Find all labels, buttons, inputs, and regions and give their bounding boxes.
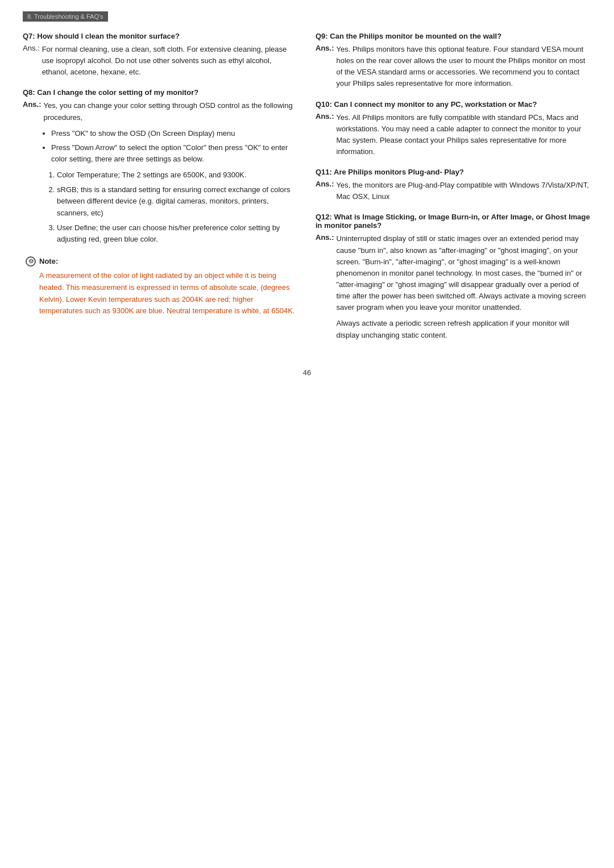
q9-question-text: Q9: Can the Philips monitor be mounted o…	[316, 32, 501, 40]
numbered-item-2: sRGB; this is a standard setting for ens…	[57, 184, 298, 218]
bullet-item-2: Press "Down Arrow" to select the option …	[51, 142, 298, 165]
note-text: A measurement of the color of light radi…	[26, 270, 298, 317]
q12-question: Q12: What is Image Sticking, or Image Bu…	[316, 213, 591, 230]
q8-bullet-list: Press "OK" to show the OSD (On Screen Di…	[51, 128, 298, 165]
q10-ans-text: Yes. All Philips monitors are fully comp…	[337, 112, 592, 158]
q12-ans-text: Uninterrupted display of still or static…	[337, 233, 592, 313]
left-column: Q7: How should I clean the monitor surfa…	[23, 32, 298, 351]
q12-section: Q12: What is Image Sticking, or Image Bu…	[316, 213, 591, 340]
q8-numbered-list: Color Temperature; The 2 settings are 65…	[57, 169, 298, 245]
q7-question-text: Q7: How should I clean the monitor surfa…	[23, 32, 180, 40]
q7-section: Q7: How should I clean the monitor surfa…	[23, 32, 298, 78]
q10-question-text: Q10: Can I connect my monitor to any PC,…	[316, 100, 537, 109]
q10-answer-container: Ans.: Yes. All Philips monitors are full…	[316, 112, 591, 158]
q12-question-text: Q12: What is Image Sticking, or Image Bu…	[316, 213, 591, 230]
q11-ans-label: Ans.:	[316, 180, 334, 202]
q11-section: Q11: Are Philips monitors Plug-and- Play…	[316, 168, 591, 202]
q11-ans-text: Yes, the monitors are Plug-and-Play comp…	[337, 180, 592, 202]
q12-ans-label: Ans.:	[316, 233, 334, 340]
q8-question: Q8: Can I change the color setting of my…	[23, 88, 298, 97]
q8-answer-intro-container: Ans.: Yes, you can change your color set…	[23, 100, 298, 123]
q10-section: Q10: Can I connect my monitor to any PC,…	[316, 100, 591, 158]
note-header-text: Note:	[39, 257, 58, 265]
q8-ans-label: Ans.:	[23, 100, 42, 123]
right-column: Q9: Can the Philips monitor be mounted o…	[316, 32, 591, 351]
q9-section: Q9: Can the Philips monitor be mounted o…	[316, 32, 591, 90]
q9-answer-container: Ans.: Yes. Philips monitors have this op…	[316, 44, 591, 90]
note-header: ⊖ Note:	[26, 256, 298, 267]
q11-answer-container: Ans.: Yes, the monitors are Plug-and-Pla…	[316, 180, 591, 202]
q9-ans-text: Yes. Philips monitors have this optional…	[337, 44, 592, 90]
q8-question-text: Q8: Can I change the color setting of my…	[23, 88, 198, 97]
q7-answer-container: Ans.: For normal cleaning, use a clean, …	[23, 44, 298, 78]
breadcrumb: 8. Troubleshooting & FAQ's	[23, 11, 108, 22]
note-icon: ⊖	[26, 256, 36, 267]
bullet-item-1: Press "OK" to show the OSD (On Screen Di…	[51, 128, 298, 139]
q12-ans-text2: Always activate a periodic screen refres…	[337, 318, 592, 340]
q7-answer: Ans.: For normal cleaning, use a clean, …	[23, 44, 298, 78]
note-box: ⊖ Note: A measurement of the color of li…	[23, 256, 298, 317]
q8-section: Q8: Can I change the color setting of my…	[23, 88, 298, 245]
q12-ans-content: Uninterrupted display of still or static…	[337, 233, 592, 340]
q7-ans-text: For normal cleaning, use a clean, soft c…	[42, 44, 298, 78]
q12-answer-container: Ans.: Uninterrupted display of still or …	[316, 233, 591, 340]
q10-ans-label: Ans.:	[316, 112, 334, 158]
page-container: 8. Troubleshooting & FAQ's Q7: How shoul…	[0, 0, 614, 868]
q10-question: Q10: Can I connect my monitor to any PC,…	[316, 100, 591, 109]
q8-ans-intro: Yes, you can change your color setting t…	[44, 100, 299, 123]
numbered-item-3: User Define; the user can choose his/her…	[57, 222, 298, 245]
q11-question-text: Q11: Are Philips monitors Plug-and- Play…	[316, 168, 464, 176]
page-number: 46	[23, 368, 591, 377]
q7-question: Q7: How should I clean the monitor surfa…	[23, 32, 298, 40]
content-columns: Q7: How should I clean the monitor surfa…	[23, 32, 591, 351]
q11-question: Q11: Are Philips monitors Plug-and- Play…	[316, 168, 591, 176]
numbered-item-1: Color Temperature; The 2 settings are 65…	[57, 169, 298, 181]
q7-ans-label: Ans.:	[23, 44, 40, 78]
q9-ans-label: Ans.:	[316, 44, 334, 90]
q9-question: Q9: Can the Philips monitor be mounted o…	[316, 32, 591, 40]
